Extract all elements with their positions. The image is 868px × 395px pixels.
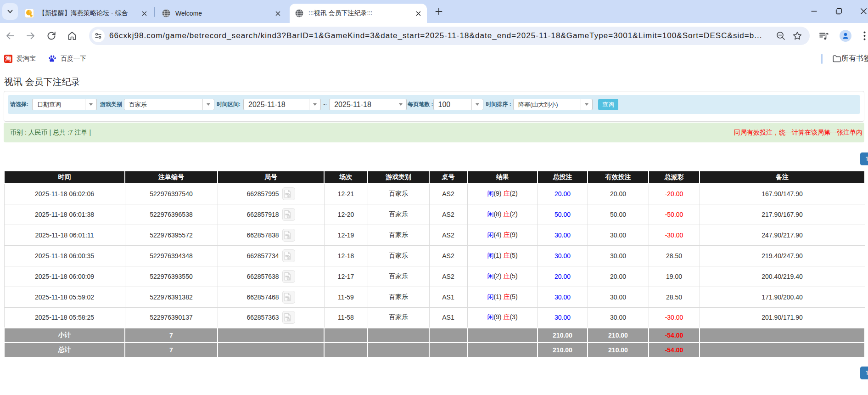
round-id: 662857918 (246, 211, 279, 218)
cell-round: 662857734 (218, 245, 324, 266)
bookmark-taobao[interactable]: 淘 爱淘宝 (4, 55, 36, 63)
window-controls (801, 0, 868, 22)
media-controls-icon[interactable] (817, 29, 831, 43)
result-banker-points: (5) (510, 272, 517, 280)
video-replay-icon[interactable] (282, 187, 295, 200)
tab-close-icon[interactable] (274, 10, 282, 17)
bookmarks-divider (821, 54, 823, 64)
column-header: 备注 (700, 171, 865, 183)
page-size-value[interactable]: 100 (434, 99, 471, 110)
site-info-button[interactable] (92, 29, 105, 42)
date-start-picker[interactable]: 2025-11-18 (243, 99, 321, 110)
tab-search-button[interactable] (2, 3, 18, 20)
cell-payout: 28.50 (649, 245, 700, 266)
new-tab-button[interactable] (432, 5, 446, 18)
result-banker-points: (5) (510, 252, 517, 259)
tab-title: :::视讯 会员下注纪录::: (308, 9, 410, 17)
cell-game: 百家乐 (368, 245, 429, 266)
video-replay-icon[interactable] (282, 291, 295, 304)
date-end-picker[interactable]: 2025-11-18 (329, 99, 407, 110)
bookmark-label: 百度一下 (61, 55, 86, 63)
cell-note: 200.40/219.40 (700, 266, 865, 287)
back-button[interactable] (2, 28, 18, 44)
result-banker-points: (2) (510, 190, 517, 197)
home-button[interactable] (64, 28, 80, 44)
cell-valid-bet: 30.00 (588, 307, 649, 328)
cell-game: 百家乐 (368, 266, 429, 287)
cell-round: 662857838 (218, 225, 324, 245)
address-bar[interactable]: 66cxkj98.com/game/betrecord_search/kind3… (89, 27, 810, 45)
video-replay-icon[interactable] (282, 208, 295, 221)
close-window-button[interactable] (851, 0, 868, 22)
cell-time: 2025-11-18 06:01:38 (4, 204, 125, 225)
cell-count: 7 (125, 328, 218, 343)
page-size-combobox[interactable]: 100 (433, 99, 483, 110)
page-1-button[interactable]: 1 (860, 152, 868, 165)
query-type-value[interactable]: 日期查询 (33, 99, 85, 110)
tab-welcome[interactable]: Welcome (157, 4, 286, 23)
column-header: 游戏类别 (368, 171, 429, 183)
column-header: 场次 (324, 171, 368, 183)
bookmark-star-icon[interactable] (791, 30, 803, 42)
query-type-combobox[interactable]: 日期查询 (32, 99, 97, 110)
page-1-button[interactable]: 1 (860, 367, 868, 379)
pagination-top: 1 (0, 152, 868, 165)
table-row: 2025-11-18 06:00:35 522976394348 6628577… (4, 245, 865, 266)
tab-active-betrecord[interactable]: :::视讯 会员下注纪录::: (290, 4, 427, 23)
url-text[interactable]: 66cxkj98.com/game/betrecord_search/kind3… (109, 31, 770, 40)
table-row: 2025-11-18 06:01:38 522976396538 6628579… (4, 204, 865, 225)
date-start-value[interactable]: 2025-11-18 (244, 99, 309, 110)
combo-arrow-icon[interactable] (395, 99, 406, 110)
game-type-value[interactable]: 百家乐 (124, 99, 202, 110)
cell-time: 2025-11-18 06:02:06 (4, 183, 125, 204)
combo-arrow-icon[interactable] (202, 99, 214, 110)
sort-combobox[interactable]: 降幂(由大到小) (513, 99, 593, 110)
cell-result: 闲(4) 庄(9) (467, 225, 538, 245)
search-button[interactable]: 查询 (598, 99, 618, 110)
column-header: 有效投注 (588, 171, 649, 183)
video-replay-icon[interactable] (282, 229, 295, 242)
table-row: 2025-11-18 06:00:09 522976393550 6628576… (4, 266, 865, 287)
cell-game: 百家乐 (368, 204, 429, 225)
result-banker-points: (9) (510, 231, 517, 238)
menu-kebab-icon[interactable] (859, 29, 868, 43)
cell-total-bet: 30.00 (538, 307, 588, 328)
cell-payout: -54.00 (649, 328, 700, 343)
game-type-combobox[interactable]: 百家乐 (124, 99, 214, 110)
cell-payout: -50.00 (649, 204, 700, 225)
all-bookmarks[interactable]: 所有书签 (821, 48, 868, 69)
globe-icon (162, 9, 171, 18)
minimize-button[interactable] (801, 0, 826, 22)
video-replay-icon[interactable] (282, 270, 295, 283)
tab-close-icon[interactable] (414, 10, 422, 17)
result-player-points: (9) (493, 190, 501, 197)
cell-valid-bet: 20.00 (588, 266, 649, 287)
cell-session: 11-59 (324, 287, 368, 307)
zoom-out-icon[interactable] (775, 30, 787, 42)
cell-table-no: AS2 (429, 225, 467, 245)
profile-avatar[interactable] (840, 30, 851, 42)
combo-arrow-icon[interactable] (471, 99, 483, 110)
bookmark-baidu[interactable]: 百度一下 (48, 55, 86, 63)
tab-forum[interactable]: 【新提醒】海燕策略论坛 - 综合 (20, 4, 153, 23)
tab-close-icon[interactable] (140, 10, 148, 17)
video-replay-icon[interactable] (282, 311, 295, 324)
chevron-down-icon (7, 8, 13, 15)
forward-button[interactable] (23, 28, 39, 44)
result-player: 闲 (487, 231, 493, 238)
video-replay-icon[interactable] (282, 249, 295, 262)
cell-table-no: AS2 (429, 266, 467, 287)
combo-arrow-icon[interactable] (309, 99, 320, 110)
date-end-value[interactable]: 2025-11-18 (330, 99, 395, 110)
column-header: 局号 (218, 171, 324, 183)
cell-note: 217.90/167.90 (700, 204, 865, 225)
cell-result: 闲(9) 庄(2) (467, 183, 538, 204)
result-banker-points: (2) (510, 210, 517, 218)
combo-arrow-icon[interactable] (85, 99, 96, 110)
sort-value[interactable]: 降幂(由大到小) (514, 99, 581, 110)
cell-note: 171.90/200.40 (700, 287, 865, 307)
cell-time: 2025-11-18 05:59:02 (4, 287, 125, 307)
combo-arrow-icon[interactable] (581, 99, 592, 110)
reload-button[interactable] (44, 28, 59, 44)
maximize-button[interactable] (826, 0, 851, 22)
